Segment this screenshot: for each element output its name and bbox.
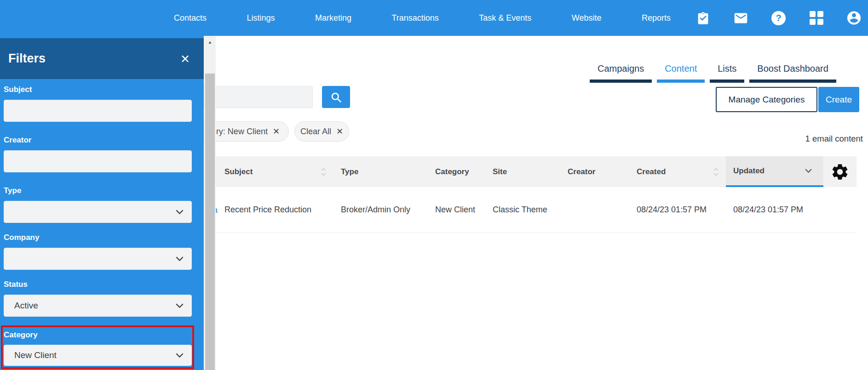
close-icon[interactable]: ✕ xyxy=(180,53,190,64)
manage-categories-button[interactable]: Manage Categories xyxy=(716,87,817,112)
mail-icon[interactable] xyxy=(733,10,749,26)
table-row[interactable]: a Recent Price Reduction Broker/Admin On… xyxy=(216,187,857,233)
nav-icons: ? xyxy=(695,0,862,36)
clear-all-close-icon[interactable]: ✕ xyxy=(336,127,343,136)
cell-updated: 08/24/23 01:57 PM xyxy=(726,205,823,215)
filter-field-company: Company xyxy=(4,233,192,270)
nav-website[interactable]: Website xyxy=(572,13,602,23)
status-label: Status xyxy=(4,279,192,289)
red-highlight-box: Category New Client xyxy=(1,325,194,369)
filters-title: Filters xyxy=(8,51,46,66)
nav-listings[interactable]: Listings xyxy=(247,13,275,23)
help-glyph: ? xyxy=(771,11,786,25)
status-select[interactable]: Active xyxy=(4,295,192,317)
cell-category: New Client xyxy=(428,205,485,215)
result-count: 1 email content xyxy=(805,134,863,144)
search-input[interactable] xyxy=(202,86,313,108)
cell-type: Broker/Admin Only xyxy=(333,205,428,215)
subject-input[interactable] xyxy=(4,100,192,122)
remove-filter-icon[interactable]: ✕ xyxy=(273,127,280,136)
chevron-down-icon xyxy=(175,209,184,215)
nav-transactions[interactable]: Transactions xyxy=(391,13,438,23)
chevron-down-icon xyxy=(175,303,184,308)
filter-field-subject: Subject xyxy=(4,85,192,122)
top-nav: Contacts Listings Marketing Transactions… xyxy=(0,0,868,36)
column-settings[interactable] xyxy=(823,156,857,187)
nav-task-events[interactable]: Task & Events xyxy=(479,13,531,23)
filter-chip-label: ry: New Client xyxy=(216,127,268,137)
column-category: Category xyxy=(428,156,485,187)
category-select[interactable]: New Client xyxy=(4,345,192,366)
scroll-up-arrow[interactable]: ▲ xyxy=(204,40,216,45)
tab-content[interactable]: Content xyxy=(657,63,705,83)
content-table: Subject Type Category Site Creator Creat… xyxy=(216,156,857,233)
column-subject[interactable]: Subject xyxy=(216,156,333,187)
search-button[interactable] xyxy=(322,86,350,108)
company-label: Company xyxy=(4,233,192,242)
gear-icon[interactable] xyxy=(830,162,850,182)
creator-label: Creator xyxy=(4,135,192,145)
column-site: Site xyxy=(485,156,560,187)
tab-campaigns[interactable]: Campaigns xyxy=(590,63,652,83)
search-icon xyxy=(330,91,342,103)
cell-subject: a Recent Price Reduction xyxy=(216,205,333,215)
cell-created: 08/24/23 01:57 PM xyxy=(629,205,726,215)
nav-contacts[interactable]: Contacts xyxy=(174,13,207,23)
create-button[interactable]: Create xyxy=(818,87,859,112)
tab-boost-dashboard[interactable]: Boost Dashboard xyxy=(749,63,836,83)
cell-site: Classic Theme xyxy=(485,205,560,215)
column-type: Type xyxy=(333,156,428,187)
filters-panel: Filters ✕ Subject Creator Type Company xyxy=(0,36,204,370)
tasks-clipboard-icon[interactable] xyxy=(695,10,711,26)
vertical-scrollbar[interactable]: ▲ xyxy=(204,36,216,370)
filter-field-status: Status Active xyxy=(4,279,192,317)
filter-field-type: Type xyxy=(4,186,192,223)
tab-bar: Campaigns Content Lists Boost Dashboard xyxy=(590,63,836,83)
chevron-down-icon xyxy=(175,256,184,262)
column-created[interactable]: Created xyxy=(629,156,726,187)
nav-reports[interactable]: Reports xyxy=(642,13,671,23)
nav-marketing[interactable]: Marketing xyxy=(315,13,351,23)
sort-desc-icon xyxy=(805,168,812,173)
subject-label: Subject xyxy=(4,85,192,94)
screen: Contacts Listings Marketing Transactions… xyxy=(0,0,868,370)
nav-items: Contacts Listings Marketing Transactions… xyxy=(174,0,671,36)
help-icon[interactable]: ? xyxy=(770,10,787,26)
type-select[interactable] xyxy=(4,201,192,223)
filters-header: Filters ✕ xyxy=(0,38,204,79)
column-creator: Creator xyxy=(560,156,629,187)
column-updated-sorted[interactable]: Updated xyxy=(726,156,823,187)
sort-icon xyxy=(713,167,719,177)
apps-grid-icon[interactable] xyxy=(808,10,824,26)
filter-field-creator: Creator xyxy=(4,135,192,172)
sort-icon xyxy=(320,167,327,177)
account-icon[interactable] xyxy=(846,10,862,26)
subject-text[interactable]: Recent Price Reduction xyxy=(224,205,311,214)
type-label: Type xyxy=(4,186,192,195)
clear-all-label: Clear All xyxy=(300,127,331,137)
category-label: Category xyxy=(4,330,191,340)
table-header-row: Subject Type Category Site Creator Creat… xyxy=(216,156,857,187)
scrollbar-thumb[interactable] xyxy=(205,74,215,370)
chevron-down-icon xyxy=(175,353,184,358)
company-select[interactable] xyxy=(4,248,192,270)
tab-lists[interactable]: Lists xyxy=(710,63,744,83)
creator-input[interactable] xyxy=(4,150,192,172)
clear-all-chip[interactable]: Clear All ✕ xyxy=(294,121,349,142)
